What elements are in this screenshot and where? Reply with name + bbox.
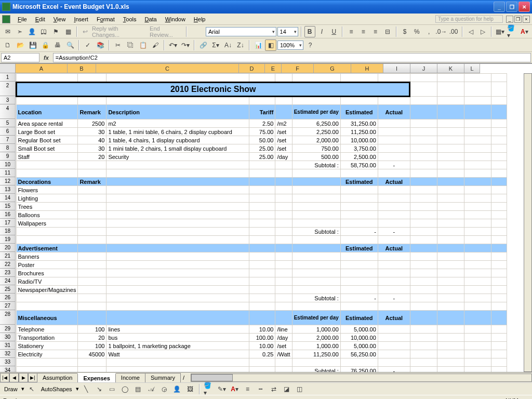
borders-button[interactable]: ▦▾: [495, 26, 506, 37]
line-color-button[interactable]: ✎▾: [216, 383, 228, 395]
fill-color-draw-button[interactable]: 🪣▾: [203, 383, 215, 395]
font-size-selector[interactable]: 14: [277, 27, 298, 36]
open-button[interactable]: 📂: [15, 39, 26, 51]
col-header-K[interactable]: K: [437, 64, 464, 73]
doc-restore-button[interactable]: ❐: [514, 16, 522, 23]
print-preview-button[interactable]: 🔍: [64, 39, 76, 51]
row-header-4[interactable]: 4: [0, 104, 16, 119]
comma-button[interactable]: ,: [423, 26, 434, 37]
merge-center-button[interactable]: ⊟: [382, 26, 393, 37]
row-header-14[interactable]: 14: [0, 194, 16, 202]
select-objects-button[interactable]: ↖: [26, 383, 37, 395]
paste-button[interactable]: 📋: [137, 39, 149, 51]
line-style-button[interactable]: ≡: [242, 383, 254, 395]
row-header-28[interactable]: 28: [0, 310, 16, 325]
new-button[interactable]: 🗋: [2, 39, 14, 51]
row-header-12[interactable]: 12: [0, 177, 16, 185]
hyperlink-button[interactable]: 🔗: [197, 39, 209, 51]
row-header-27[interactable]: 27: [0, 302, 16, 310]
3d-button[interactable]: ◫: [294, 383, 305, 395]
row-header-26[interactable]: 26: [0, 294, 16, 302]
redo-button[interactable]: ↷▾: [180, 39, 191, 51]
spreadsheet-grid[interactable]: ABCDEFGHIJKL 123456789101112131415161718…: [0, 63, 532, 372]
row-header-1[interactable]: 1: [0, 73, 16, 82]
wordart-icon[interactable]: 𝒜: [145, 383, 157, 395]
italic-button[interactable]: I: [316, 26, 327, 37]
menu-help[interactable]: Help: [190, 15, 210, 24]
diagram-icon[interactable]: ◶: [158, 383, 170, 395]
row-header-25[interactable]: 25: [0, 285, 16, 294]
textbox-icon[interactable]: ▤: [132, 383, 144, 395]
research-button[interactable]: 📚: [95, 39, 106, 51]
fx-icon[interactable]: fx: [41, 55, 52, 61]
menu-window[interactable]: Window: [161, 15, 190, 24]
picture-icon[interactable]: 🖼: [184, 383, 196, 395]
col-header-D[interactable]: D: [239, 64, 265, 73]
attach-icon[interactable]: 🕮: [38, 26, 49, 37]
row-header-7[interactable]: 7: [0, 136, 16, 144]
sort-desc-button[interactable]: Z↓: [235, 39, 246, 51]
row-header-19[interactable]: 19: [0, 235, 16, 244]
align-left-button[interactable]: ≡: [345, 26, 356, 37]
horizontal-scrollbar[interactable]: [191, 374, 532, 382]
row-header-21[interactable]: 21: [0, 252, 16, 260]
underline-button[interactable]: U: [328, 26, 339, 37]
row-header-20[interactable]: 20: [0, 244, 16, 252]
currency-button[interactable]: $: [400, 26, 410, 37]
sheet-tab-expenses[interactable]: Expenses: [77, 373, 115, 382]
menu-file[interactable]: File: [14, 15, 31, 24]
row-header-34[interactable]: 34: [0, 366, 16, 372]
col-header-L[interactable]: L: [464, 64, 480, 73]
line-icon[interactable]: ╲: [81, 383, 92, 395]
row-header-33[interactable]: 33: [0, 358, 16, 366]
col-header-C[interactable]: C: [96, 64, 239, 73]
row-header-18[interactable]: 18: [0, 227, 16, 235]
align-right-button[interactable]: ≡: [370, 26, 381, 37]
row-header-29[interactable]: 29: [0, 325, 16, 333]
menu-insert[interactable]: Insert: [70, 15, 92, 24]
name-box[interactable]: A2: [1, 53, 39, 62]
row-header-22[interactable]: 22: [0, 260, 16, 269]
sort-asc-button[interactable]: A↓: [222, 39, 234, 51]
font-name-selector[interactable]: Arial: [206, 27, 276, 36]
minimize-button[interactable]: _: [494, 2, 505, 12]
row-header-5[interactable]: 5: [0, 119, 16, 127]
menu-edit[interactable]: Edit: [31, 15, 49, 24]
save-button[interactable]: 💾: [27, 39, 38, 51]
row-header-32[interactable]: 32: [0, 350, 16, 358]
close-button[interactable]: ✕: [518, 2, 530, 12]
row-header-2[interactable]: 2: [0, 82, 16, 96]
col-header-A[interactable]: A: [16, 64, 68, 73]
menu-format[interactable]: Format: [92, 15, 119, 24]
row-header-11[interactable]: 11: [0, 169, 16, 177]
row-header-31[interactable]: 31: [0, 341, 16, 350]
tab-nav-next[interactable]: ▶: [19, 373, 28, 382]
row-header-17[interactable]: 17: [0, 219, 16, 227]
row-header-23[interactable]: 23: [0, 269, 16, 277]
sheet-tab-income[interactable]: Income: [115, 373, 145, 382]
clipart-icon[interactable]: 👤: [171, 383, 183, 395]
undo-button[interactable]: ↶▾: [167, 39, 179, 51]
shadow-button[interactable]: ◪: [281, 383, 292, 395]
col-header-B[interactable]: B: [68, 64, 96, 73]
row-header-8[interactable]: 8: [0, 144, 16, 152]
envelope-arrow-icon[interactable]: ➣: [14, 26, 25, 37]
menu-tools[interactable]: Tools: [119, 15, 141, 24]
col-header-I[interactable]: I: [383, 64, 410, 73]
zoom-selector[interactable]: 100%: [277, 41, 303, 50]
font-color-button[interactable]: A▾: [519, 26, 530, 37]
rectangle-icon[interactable]: ▭: [107, 383, 118, 395]
arrow-icon[interactable]: ↘: [94, 383, 105, 395]
recipient-icon[interactable]: 👤: [26, 26, 37, 37]
row-header-10[interactable]: 10: [0, 161, 16, 169]
tab-nav-last[interactable]: ▶|: [28, 373, 37, 382]
vertical-scrollbar[interactable]: [524, 73, 532, 372]
sheet-title-cell[interactable]: 2010 Electronic Show: [16, 82, 410, 97]
decrease-decimal-button[interactable]: .00: [448, 26, 459, 37]
permission-button[interactable]: 🔒: [39, 39, 51, 51]
menu-view[interactable]: View: [49, 15, 70, 24]
increase-indent-button[interactable]: ▷: [477, 26, 488, 37]
arrow-style-button[interactable]: ⇄: [268, 383, 280, 395]
send-mail-icon[interactable]: ✉: [2, 26, 13, 37]
autoshapes-menu[interactable]: AutoShapes: [39, 386, 74, 392]
